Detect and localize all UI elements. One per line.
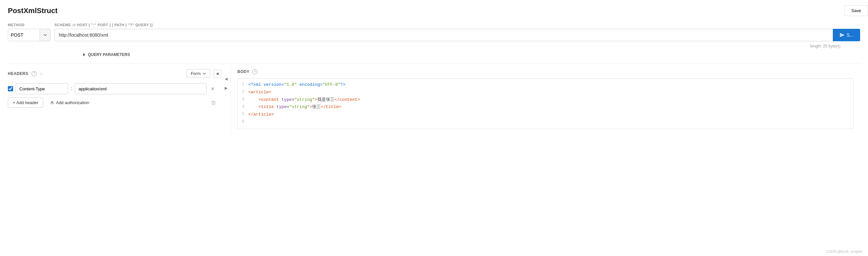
main-content: HEADERS ? ↕ Form ◀ [8, 64, 860, 134]
header-value-input[interactable] [75, 83, 207, 94]
method-select-wrapper: POST GET PUT DELETE PATCH [8, 29, 51, 41]
headers-row: HEADERS ? ↕ Form ◀ [8, 69, 221, 78]
line-content-3: <content type="string">我是张三</content> [248, 97, 853, 104]
method-section: METHOD POST GET PUT DELETE PATCH [8, 23, 51, 41]
url-section: SCHEME :// HOST [ ":" PORT ] [ PATH [ "?… [55, 23, 860, 41]
page-title: PostXmlStruct [8, 6, 860, 15]
page-container: PostXmlStruct Save METHOD POST GET PUT D… [0, 0, 868, 256]
line-number-1: 1 [238, 81, 248, 88]
line-content-4: <title type="string">张三</title> [248, 104, 853, 111]
url-row: S... [55, 29, 860, 41]
svg-point-0 [51, 101, 53, 103]
code-editor: 1 <?xml version="1.0" encoding="UTF-8"?>… [238, 78, 854, 129]
send-button[interactable]: S... [833, 29, 860, 41]
sort-icon[interactable]: ↕ [40, 71, 42, 76]
left-panel: HEADERS ? ↕ Form ◀ [8, 64, 231, 134]
delete-icon[interactable] [211, 100, 216, 105]
url-label: SCHEME :// HOST [ ":" PORT ] [ PATH [ "?… [55, 23, 860, 27]
code-line-4: 4 <title type="string">张三</title> [238, 104, 853, 111]
chevron-right-icon [83, 53, 85, 56]
query-params-row[interactable]: QUERY PARAMETERS [83, 52, 860, 57]
query-params-label: QUERY PARAMETERS [88, 52, 130, 57]
colon-separator: : [71, 86, 72, 92]
code-line-1: 1 <?xml version="1.0" encoding="UTF-8"?> [238, 81, 853, 89]
body-help-icon[interactable]: ? [252, 69, 257, 74]
collapse-left-btn[interactable]: ◀ [214, 70, 221, 78]
form-chevron-icon [203, 73, 206, 75]
expand-right-arrow[interactable]: ▶ [223, 85, 229, 92]
remove-header-btn[interactable]: ✕ [209, 86, 216, 92]
add-auth-label: Add authorization [56, 100, 89, 105]
header-item: : ✕ [8, 83, 221, 94]
add-auth-button[interactable]: Add authorization [50, 100, 89, 105]
method-dropdown-btn[interactable] [40, 29, 50, 41]
line-content-2: <article> [248, 89, 853, 96]
save-button[interactable]: Save [844, 5, 868, 16]
headers-help-icon[interactable]: ? [31, 71, 37, 76]
left-panel-inner: HEADERS ? ↕ Form ◀ [8, 69, 230, 108]
body-header: BODY ? [238, 69, 854, 74]
line-content-5: </article> [248, 111, 853, 118]
form-button[interactable]: Form [187, 69, 210, 78]
method-label: METHOD [8, 23, 51, 27]
chevron-down-icon [43, 34, 47, 36]
line-number-4: 4 [238, 104, 248, 110]
send-icon [839, 32, 845, 38]
nav-arrows: ◀ ▶ [221, 69, 230, 92]
line-number-5: 5 [238, 111, 248, 117]
action-buttons: + Add header Add authorization [8, 98, 221, 108]
form-label: Form [191, 71, 201, 76]
method-select[interactable]: POST GET PUT DELETE PATCH [8, 32, 40, 38]
auth-icon [50, 101, 55, 105]
url-input[interactable] [55, 29, 833, 41]
line-number-2: 2 [238, 89, 248, 95]
line-number-6: 6 [238, 119, 248, 125]
line-content-1: <?xml version="1.0" encoding="UTF-8"?> [248, 81, 853, 88]
header-key-input[interactable] [16, 83, 68, 94]
add-header-button[interactable]: + Add header [8, 98, 43, 108]
code-line-6: 6 [238, 118, 853, 126]
left-panel-content: HEADERS ? ↕ Form ◀ [8, 69, 221, 108]
header-checkbox[interactable] [8, 86, 13, 92]
body-label: BODY [238, 69, 250, 74]
send-label: S... [847, 32, 854, 38]
method-url-row: METHOD POST GET PUT DELETE PATCH SCHEME … [8, 23, 860, 41]
footer-note: CSDN @book_longker [826, 250, 863, 253]
collapse-left-arrow[interactable]: ◀ [223, 76, 229, 82]
line-content-6 [248, 119, 853, 126]
length-info: length: 25 byte(s) [8, 44, 860, 48]
code-line-3: 3 <content type="string">我是张三</content> [238, 96, 853, 104]
line-number-3: 3 [238, 97, 248, 103]
right-panel: BODY ? 1 <?xml version="1.0" encoding="U… [231, 64, 860, 134]
headers-label: HEADERS [8, 71, 28, 76]
code-line-2: 2 <article> [238, 89, 853, 96]
code-line-5: 5 </article> [238, 111, 853, 118]
